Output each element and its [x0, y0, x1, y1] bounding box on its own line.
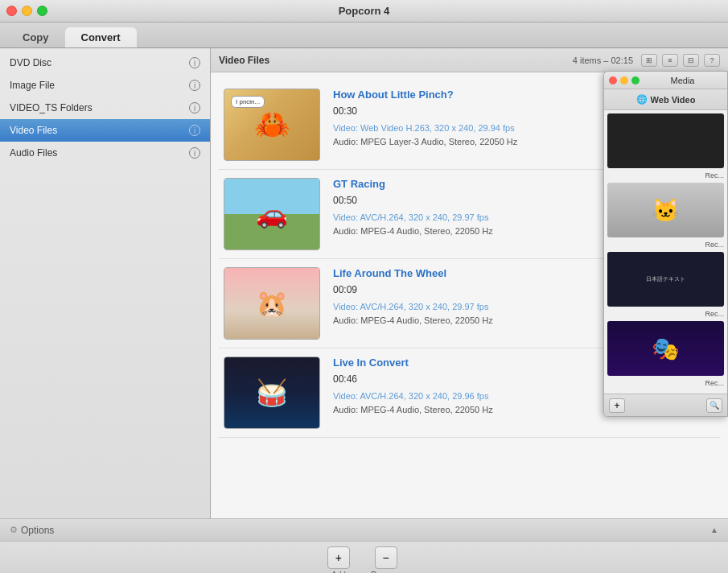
- panel-search-button[interactable]: 🔍: [706, 398, 722, 413]
- list-item: Rec...: [607, 321, 724, 387]
- tabbar: Copy Convert: [0, 23, 728, 48]
- close-button[interactable]: [6, 6, 17, 16]
- sidebar-item-video-ts[interactable]: VIDEO_TS Folders i: [0, 97, 210, 119]
- panel-title: Media: [671, 76, 695, 85]
- thumb-image-2: [224, 179, 319, 249]
- info-icon-video[interactable]: i: [189, 125, 200, 136]
- content-header: Video Files 4 items – 02:15 ⊞ ≡ ⊟ ?: [211, 48, 728, 72]
- panel-add-button[interactable]: +: [609, 398, 625, 413]
- sidebar-item-dvd-disc[interactable]: DVD Disc i: [0, 52, 210, 74]
- sidebar-item-video-files[interactable]: Video Files i: [0, 119, 210, 142]
- list-view-btn[interactable]: ≡: [662, 54, 678, 67]
- maximize-button[interactable]: [37, 6, 47, 16]
- share-btn[interactable]: ⊟: [683, 54, 699, 67]
- minimize-button[interactable]: [22, 6, 32, 16]
- floating-panel: Media 🌐 Web Video Rec... Rec... 日本語テキスト …: [603, 71, 728, 417]
- panel-minimize-button[interactable]: [620, 76, 628, 85]
- info-icon-vts[interactable]: i: [189, 102, 200, 113]
- globe-icon: 🌐: [636, 94, 648, 105]
- panel-close-button[interactable]: [609, 76, 617, 85]
- list-item: Rec...: [607, 183, 724, 249]
- info-icon-dvd[interactable]: i: [189, 57, 200, 68]
- options-arrow-icon: ▲: [710, 526, 718, 534]
- remove-icon: −: [375, 546, 397, 569]
- info-icon-audio[interactable]: i: [189, 147, 200, 159]
- panel-rec-label-4: Rec...: [607, 379, 724, 387]
- options-label[interactable]: Options: [21, 525, 54, 536]
- video-thumb-1: I pncin...: [224, 89, 320, 161]
- add-icon: +: [327, 546, 350, 569]
- panel-content: Rec... Rec... 日本語テキスト Rec... Rec...: [604, 110, 727, 394]
- traffic-lights: [6, 6, 47, 16]
- panel-thumb-1: [607, 113, 724, 168]
- panel-bottom: + 🔍: [604, 394, 727, 416]
- panel-rec-label-2: Rec...: [607, 241, 724, 249]
- options-bar: ⚙ Options ▲: [0, 518, 728, 541]
- panel-thumb-2: [607, 183, 724, 237]
- video-thumb-3: [224, 267, 320, 340]
- panel-rec-label-1: Rec...: [607, 171, 724, 179]
- list-item: Rec...: [607, 113, 724, 179]
- video-thumb-2: [224, 178, 320, 250]
- thumb-image-1: I pncin...: [224, 89, 319, 160]
- sidebar: DVD Disc i Image File i VIDEO_TS Folders…: [0, 48, 211, 518]
- video-thumb-4: [224, 357, 320, 429]
- info-icon-image[interactable]: i: [189, 80, 200, 91]
- app-title: Popcorn 4: [339, 5, 390, 17]
- thumb-image-4: [224, 357, 319, 428]
- thumb-image-3: [224, 268, 319, 339]
- panel-maximize-button[interactable]: [631, 76, 640, 85]
- panel-rec-label-3: Rec...: [607, 310, 724, 318]
- panel-titlebar: Media: [604, 72, 727, 89]
- tab-copy[interactable]: Copy: [6, 27, 65, 47]
- list-item: 日本語テキスト Rec...: [607, 252, 724, 318]
- options-gear-icon: ⚙: [10, 525, 18, 535]
- sidebar-item-audio-files[interactable]: Audio Files i: [0, 142, 210, 164]
- items-count: 4 items – 02:15: [573, 56, 633, 65]
- panel-thumb-3: 日本語テキスト: [607, 252, 724, 307]
- bottom-toolbar: + Add − Remove: [0, 541, 728, 573]
- panel-tab-web-video[interactable]: 🌐 Web Video: [604, 89, 727, 110]
- sidebar-item-image-file[interactable]: Image File i: [0, 74, 210, 97]
- panel-thumb-4: [607, 321, 724, 376]
- help-btn[interactable]: ?: [704, 54, 720, 67]
- titlebar: Popcorn 4: [0, 0, 728, 23]
- content-header-right: 4 items – 02:15 ⊞ ≡ ⊟ ?: [573, 54, 720, 67]
- tab-convert[interactable]: Convert: [65, 27, 137, 47]
- speech-bubble: I pncin...: [231, 96, 265, 108]
- remove-button[interactable]: − Remove: [364, 543, 407, 573]
- add-button[interactable]: + Add: [321, 543, 356, 573]
- content-header-title: Video Files: [219, 55, 269, 66]
- grid-view-btn[interactable]: ⊞: [641, 54, 657, 67]
